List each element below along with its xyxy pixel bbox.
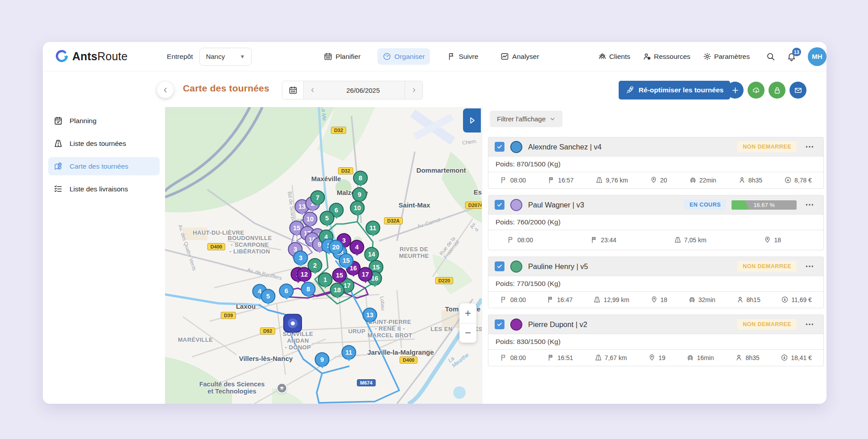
map-marker-teal-10[interactable]: 10: [350, 200, 365, 215]
cloud-download-button[interactable]: [748, 82, 765, 99]
more-options-icon[interactable]: [802, 140, 817, 153]
stat-person-time: 8h35: [738, 176, 762, 184]
map-marker-purple-4[interactable]: 4: [350, 240, 364, 254]
tab-organiser[interactable]: Organiser: [377, 48, 430, 65]
filter-display-button[interactable]: Filtrer l'affichage: [490, 111, 562, 127]
plus-button[interactable]: [727, 82, 744, 99]
stat-flag-finish: 23:44: [591, 236, 616, 244]
more-options-icon[interactable]: [802, 260, 817, 273]
route-stats-row: 08:0016:579,76 km2022min8h358,78 €: [488, 172, 823, 188]
map-marker-teal-1[interactable]: 1: [318, 272, 333, 287]
navbar-right: 13 MH: [766, 47, 827, 66]
tab-planifier[interactable]: Planifier: [318, 48, 366, 65]
sidebar-item-planning[interactable]: Planning: [48, 112, 160, 130]
more-options-icon[interactable]: [802, 198, 817, 211]
pin-icon: [650, 176, 657, 184]
app-logo: AntsRoute: [55, 50, 128, 63]
route-checkbox[interactable]: [495, 200, 504, 210]
map-marker-blue-5[interactable]: 5: [261, 289, 276, 303]
collapse-sidebar-button[interactable]: [157, 82, 174, 98]
progress-value: 16.67 %: [732, 200, 797, 210]
map-marker-blue-15[interactable]: 15: [339, 253, 354, 268]
map-marker-teal-7[interactable]: 7: [310, 190, 325, 205]
progress-bar: 16.67 %: [732, 200, 797, 210]
map-marker-lavender-10[interactable]: 10: [303, 211, 318, 226]
route-checkbox[interactable]: [495, 142, 504, 152]
map-marker-blue-3[interactable]: 3: [293, 250, 308, 265]
more-options-icon[interactable]: [802, 318, 817, 331]
stat-value: 32min: [699, 296, 715, 303]
nav-link-paramètres[interactable]: Paramètres: [703, 52, 750, 61]
map-marker-teal-8[interactable]: 8: [353, 170, 368, 185]
notifications-bell-icon[interactable]: 13: [787, 52, 796, 61]
nav-link-clients[interactable]: Clients: [598, 52, 630, 61]
sidebar-item-liste-des-tournées[interactable]: Liste des tournées: [48, 134, 160, 153]
warehouse-select[interactable]: Nancy ▼: [199, 48, 252, 66]
map-marker-depot[interactable]: [283, 314, 302, 332]
stat-flag-finish: 16:57: [548, 176, 574, 184]
map-marker-teal-11[interactable]: 11: [366, 220, 380, 235]
user-avatar[interactable]: MH: [808, 47, 827, 66]
notification-badge: 13: [792, 48, 801, 56]
stat-value: 8h35: [748, 177, 762, 184]
expand-panel-button[interactable]: [463, 108, 481, 133]
stat-car: 16min: [686, 354, 714, 361]
stat-road: 9,76 km: [595, 176, 628, 184]
map-marker-blue-8[interactable]: 8: [301, 282, 316, 296]
nav-link-ressources[interactable]: Ressources: [643, 52, 690, 61]
gear-icon: [703, 52, 711, 61]
road-badge: D220: [435, 277, 453, 284]
driver-color-avatar: [510, 199, 522, 211]
cost-icon: [781, 354, 788, 361]
route-checkbox[interactable]: [495, 261, 504, 271]
pin-icon: [650, 296, 658, 303]
previous-day-button[interactable]: [304, 81, 322, 99]
stat-value: 20: [660, 177, 667, 184]
sidebar-item-carte-des-tournées[interactable]: Carte des tournées: [48, 157, 160, 175]
map-marker-blue-9[interactable]: 9: [315, 352, 330, 367]
person-time-icon: [736, 296, 744, 303]
road-badge: D400: [400, 356, 417, 364]
checklist-icon: [54, 184, 63, 194]
next-day-button[interactable]: [405, 81, 422, 99]
status-badge: NON DEMARREE: [737, 261, 797, 272]
stat-road: 7,67 km: [595, 354, 627, 361]
calendar-button[interactable]: [282, 81, 304, 99]
routes-map[interactable]: D32D32D2074D32AD220D400D39D92D400M674 Ma…: [165, 107, 482, 404]
map-pin-icon: [54, 162, 63, 171]
zoom-out-button[interactable]: −: [459, 323, 476, 343]
route-card-header: Paul Wagner | v3EN COURS16.67 %: [488, 195, 823, 214]
tab-suivre[interactable]: Suivre: [442, 48, 484, 65]
map-marker-teal-9[interactable]: 9: [352, 187, 367, 202]
map-marker-blue-20[interactable]: 20: [329, 240, 343, 254]
person-gear-icon: [643, 52, 651, 61]
person-time-icon: [738, 176, 746, 184]
map-marker-teal-14[interactable]: 14: [364, 247, 379, 261]
road-icon: [593, 296, 601, 303]
envelope-button[interactable]: [789, 82, 806, 99]
flag-finish-icon: [591, 236, 598, 244]
map-marker-purple-17[interactable]: 17: [358, 267, 373, 282]
route-checkbox[interactable]: [495, 319, 504, 329]
lock-button[interactable]: [769, 82, 785, 99]
date-picker-group: 26/06/2025: [282, 81, 423, 99]
map-marker-blue-6[interactable]: 6: [279, 283, 294, 298]
route-card-header: Pierre Dupont | v2NON DEMARREE: [488, 315, 823, 334]
map-marker-blue-11[interactable]: 11: [342, 345, 356, 360]
flag-finish-icon: [548, 176, 555, 184]
road-badge: D400: [207, 243, 225, 250]
map-marker-blue-13[interactable]: 13: [363, 307, 377, 322]
stat-flag-start: 08:00: [507, 236, 533, 244]
map-marker-teal-5[interactable]: 5: [320, 211, 335, 225]
secondary-nav-links: ClientsRessourcesParamètres: [598, 52, 750, 61]
route-stats-row: 08:0023:447,05 km18: [488, 230, 823, 250]
route-stats-row: 08:0016:4712,99 km1832min8h1511,69 €: [488, 292, 823, 308]
zoom-in-button[interactable]: +: [459, 303, 476, 323]
car-icon: [689, 176, 697, 184]
stat-value: 16:47: [557, 296, 573, 303]
tab-analyser[interactable]: Analyser: [495, 48, 544, 65]
search-icon[interactable]: [766, 52, 775, 61]
sidebar-item-liste-des-livraisons[interactable]: Liste des livraisons: [48, 180, 160, 198]
reoptimize-button[interactable]: Ré-optimiser les tournées: [619, 81, 730, 99]
stat-value: 12,99 km: [603, 296, 629, 303]
